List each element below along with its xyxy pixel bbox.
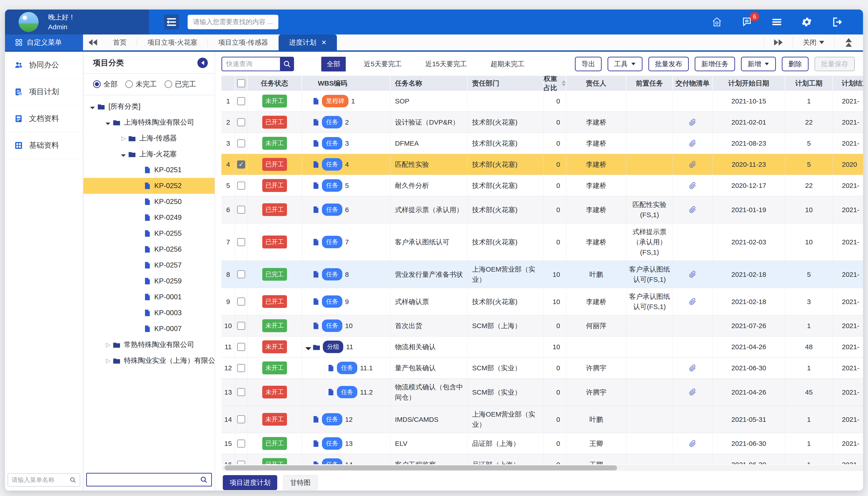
tree-node-KP-0255[interactable]: KP-0255 xyxy=(83,226,215,242)
toolbar-button-删除[interactable]: 删除 xyxy=(782,57,808,71)
collapse-menu-icon[interactable] xyxy=(164,15,179,30)
table-row[interactable]: 2已开工任务2设计验证（DVP&R）技术部(火花塞)0李建桥2021-02-01… xyxy=(221,112,863,133)
caret-closed-icon[interactable]: ▷ xyxy=(104,357,112,364)
collapse-panel-icon[interactable] xyxy=(198,58,208,68)
row-checkbox[interactable] xyxy=(237,322,245,330)
filter-近5天要完工[interactable]: 近5天要完工 xyxy=(359,57,407,72)
messages-icon[interactable]: 6 xyxy=(741,16,753,28)
sidebar-item-文档资料[interactable]: 文档资料 xyxy=(5,105,83,132)
table-row[interactable]: 15已开工任务13ELV品证部（上海）0王卿2021-06-3012021- xyxy=(221,433,863,454)
filter-全部[interactable]: 全部 xyxy=(321,57,346,72)
radio-已完工[interactable]: 已完工 xyxy=(164,79,196,89)
attachment-paperclip-icon[interactable] xyxy=(689,271,696,278)
sort-icon[interactable] xyxy=(562,80,566,86)
sidebar-item-项目计划[interactable]: 项目计划 xyxy=(5,78,83,105)
filter-超期未完工[interactable]: 超期未完工 xyxy=(485,57,530,72)
attachment-paperclip-icon[interactable] xyxy=(689,182,696,189)
tree-search-input[interactable] xyxy=(86,473,212,486)
quick-search-input[interactable]: 快速查询 xyxy=(221,57,280,71)
quick-search-button[interactable] xyxy=(280,57,294,71)
tab-项目立项-传感器[interactable]: 项目立项-传感器 xyxy=(208,34,279,50)
home-icon[interactable] xyxy=(711,16,723,28)
table-row[interactable]: 8已完工任务8营业发行量产准备书状上海OEM营业部（实业）10叶鹏客户承认图纸 … xyxy=(221,261,863,288)
tab-项目立项-火花塞[interactable]: 项目立项-火花塞 xyxy=(137,34,208,50)
row-checkbox[interactable] xyxy=(237,238,245,246)
radio-未完工[interactable]: 未完工 xyxy=(125,79,157,89)
tree-node-KP-0007[interactable]: KP-0007 xyxy=(83,321,215,337)
table-row[interactable]: 7已开工任务7客户承认图纸认可技术部(火花塞)0李建桥式样提示票 （承认用） (… xyxy=(221,223,863,261)
custom-menu-strip[interactable]: 自定义菜单 xyxy=(5,34,83,50)
tab-进度计划[interactable]: 进度计划✕ xyxy=(279,34,337,50)
close-tab-icon[interactable]: ✕ xyxy=(321,39,327,46)
avatar[interactable] xyxy=(19,12,38,32)
sidebar-item-基础资料[interactable]: 基础资料 xyxy=(5,132,83,159)
radio-全部[interactable]: 全部 xyxy=(93,79,117,89)
attachment-paperclip-icon[interactable] xyxy=(689,388,696,396)
scroll-tabs-left-icon[interactable] xyxy=(83,34,102,50)
sidebar-item-协同办公[interactable]: 协同办公 xyxy=(5,52,83,78)
row-checkbox[interactable] xyxy=(237,182,245,190)
table-row[interactable]: 12未开工任务11.1量产包装确认SCM部（实业）0许腾宇2021-06-301… xyxy=(221,358,863,379)
attachment-paperclip-icon[interactable] xyxy=(689,206,696,213)
table-row[interactable]: 6已开工任务6式样提示票（承认用）技术部(火花塞)0李建桥匹配性实验 (FS,1… xyxy=(221,196,863,223)
horizontal-scrollbar[interactable] xyxy=(221,465,863,471)
row-checkbox[interactable] xyxy=(237,205,245,214)
attachment-paperclip-icon[interactable] xyxy=(689,119,696,126)
row-checkbox[interactable] xyxy=(237,160,245,169)
row-checkbox[interactable] xyxy=(237,270,245,278)
row-checkbox[interactable] xyxy=(237,388,245,396)
toolbar-button-新增[interactable]: 新增 xyxy=(741,57,776,71)
tree-node-上海-传感器[interactable]: ▷上海-传感器 xyxy=(83,130,215,146)
table-row[interactable]: 10未开工任务10首次出货SCM部（上海）0何丽萍2021-07-2612021… xyxy=(221,315,863,337)
attachment-paperclip-icon[interactable] xyxy=(689,140,696,147)
tree-node-特殊陶业实业（上海）有限公司[interactable]: ▷特殊陶业实业（上海）有限公司 xyxy=(83,353,215,369)
caret-open-icon[interactable]: ◢ xyxy=(88,102,97,111)
global-search-input[interactable]: 请输入您需要查找的内容 ... xyxy=(188,15,278,29)
row-checkbox[interactable] xyxy=(237,343,245,351)
tree-node-[所有分类][interactable]: ◢[所有分类] xyxy=(83,98,215,114)
table-row[interactable]: 11未开工◢分组11物流相关确认102021-04-26482021- xyxy=(221,337,863,358)
toolbar-button-工具[interactable]: 工具 xyxy=(607,57,643,71)
table-row[interactable]: 5已开工任务5耐久件分析技术部(火花塞)0李建桥2020-12-17222021… xyxy=(221,175,863,196)
tree-node-KP-0252[interactable]: KP-0252 xyxy=(83,178,215,194)
table-row[interactable]: 1未开工里程碑1SOP02021-10-1512021- xyxy=(221,91,863,112)
row-checkbox[interactable] xyxy=(237,118,245,126)
table-row[interactable]: 9已开工任务9式样确认票技术部(火花塞)10李建桥客户承认图纸 认可(FS,1)… xyxy=(221,288,863,315)
collapse-all-icon[interactable] xyxy=(834,34,863,50)
caret-open-icon[interactable]: ◢ xyxy=(304,342,313,351)
table-row[interactable]: 3未开工任务3DFMEA技术部(火花塞)0李建桥2021-08-2352021- xyxy=(221,133,863,154)
row-checkbox[interactable] xyxy=(237,139,245,148)
scroll-tabs-right-icon[interactable] xyxy=(764,34,793,50)
table-row[interactable]: 4已开工任务4匹配性实验技术部(火花塞)0李建桥2020-11-2352020 xyxy=(221,154,863,175)
tree-node-KP-0256[interactable]: KP-0256 xyxy=(83,242,215,257)
toolbar-button-新增任务[interactable]: 新增任务 xyxy=(695,57,735,71)
row-checkbox[interactable] xyxy=(237,461,245,464)
tab-首页[interactable]: 首页 xyxy=(102,34,137,50)
settings-gear-icon[interactable] xyxy=(800,16,813,28)
tree-node-KP-0250[interactable]: KP-0250 xyxy=(83,194,215,210)
attachment-paperclip-icon[interactable] xyxy=(689,161,696,168)
row-checkbox[interactable] xyxy=(237,415,245,423)
tree-node-KP-0259[interactable]: KP-0259 xyxy=(83,273,215,289)
caret-open-icon[interactable]: ◢ xyxy=(104,118,113,127)
tree-node-KP-0003[interactable]: KP-0003 xyxy=(83,305,215,321)
tree-node-KP-0257[interactable]: KP-0257 xyxy=(83,257,215,273)
table-row[interactable]: 16已开工任务14客户工程监察品证部（上海）0王卿2021-06-3012021… xyxy=(221,454,863,464)
table-row[interactable]: 14未开工任务12IMDS/CAMDS上海OEM营业部（实业）0叶鹏2021-0… xyxy=(221,406,863,433)
footer-button-甘特图[interactable]: 甘特图 xyxy=(283,475,318,490)
toolbar-button-导出[interactable]: 导出 xyxy=(575,57,602,71)
caret-open-icon[interactable]: ◢ xyxy=(119,149,128,159)
caret-closed-icon[interactable]: ▷ xyxy=(104,341,112,348)
attachment-paperclip-icon[interactable] xyxy=(689,440,696,447)
attachment-paperclip-icon[interactable] xyxy=(689,298,696,305)
tree-node-KP-0001[interactable]: KP-0001 xyxy=(83,289,215,305)
table-row[interactable]: 13未开工任务11.2物流模式确认（包含中间仓）SCM部（实业）0许腾宇2021… xyxy=(221,379,863,406)
row-checkbox[interactable] xyxy=(237,97,245,105)
tree-node-常熟特殊陶业有限公司[interactable]: ▷常熟特殊陶业有限公司 xyxy=(83,337,215,353)
row-checkbox[interactable] xyxy=(237,364,245,372)
tree-node-KP-0251[interactable]: KP-0251 xyxy=(83,162,215,178)
logout-icon[interactable] xyxy=(830,16,843,28)
caret-closed-icon[interactable]: ▷ xyxy=(120,135,127,142)
menu-search-input[interactable]: 请输入菜单名称 xyxy=(8,473,80,486)
filter-近15天要完工[interactable]: 近15天要完工 xyxy=(420,57,472,72)
